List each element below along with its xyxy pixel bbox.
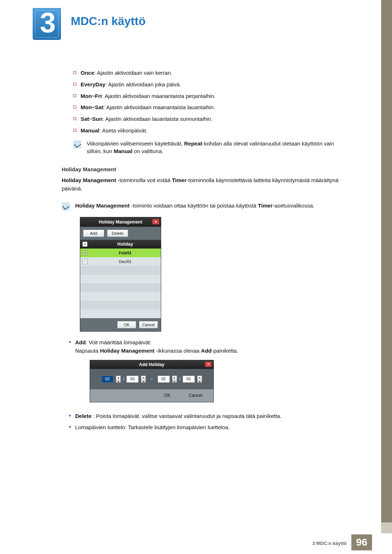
content: Once: Ajastin aktivoidaan vain kerran. E… <box>62 69 348 434</box>
delete-button[interactable]: Delete <box>107 230 128 237</box>
empty-row <box>80 309 161 318</box>
square-bullet-icon <box>73 94 76 97</box>
close-button[interactable]: × <box>205 361 212 367</box>
add-holiday-body: 02 ▲▼ / 01 ▲▼ ~ 02 ▲▼ / 01 ▲▼ <box>90 369 213 389</box>
side-strip-bottom <box>381 522 392 533</box>
cancel-button[interactable]: Cancel <box>139 321 158 328</box>
note-repeat-manual: Viikonpäivien valitsemiseen käytettävät,… <box>73 140 348 156</box>
holiday-management-dialog: Holiday Management × Add Delete ✓ Holida… <box>80 217 161 332</box>
bullet-list: Add: Voit määrittää lomapäivät: Napsauta… <box>69 338 348 432</box>
square-bullet-icon <box>73 106 76 108</box>
holiday-list-header: ✓ Holiday <box>80 240 161 249</box>
option-everyday: EveryDay: Ajastin aktivoidaan joka päivä… <box>73 81 348 89</box>
ok-button[interactable]: OK <box>117 321 136 328</box>
empty-row <box>80 301 161 309</box>
square-bullet-icon <box>73 129 76 132</box>
slash: / <box>179 376 180 383</box>
bullet-add: Add: Voit määrittää lomapäivät: Napsauta… <box>69 338 348 409</box>
page-footer: 3 MDC:n käyttö 96 <box>0 533 392 554</box>
chapter-number: 3 <box>40 6 56 39</box>
note-icon <box>73 140 81 148</box>
chapter-badge-square: 3 <box>33 8 61 40</box>
holiday-row[interactable]: ✓ Dec/01 <box>80 257 161 266</box>
day-start-input[interactable]: 01 <box>126 376 139 383</box>
row-checkbox[interactable]: ✓ <box>82 259 87 264</box>
close-button[interactable]: × <box>152 219 159 225</box>
dialog-footer: OK Cancel <box>80 318 161 331</box>
add-holiday-dialog: Add Holiday × 02 ▲▼ / 01 ▲▼ ~ 02 ▲▼ <box>90 360 214 402</box>
spin-buttons[interactable]: ▲▼ <box>116 376 121 383</box>
ok-button[interactable]: OK <box>164 392 186 399</box>
row-checkbox[interactable]: ✓ <box>82 250 87 255</box>
option-monsat: Mon~Sat: Ajastin aktivoidaan maanantaist… <box>73 103 348 111</box>
empty-row <box>80 266 161 275</box>
spin-buttons[interactable]: ▲▼ <box>172 376 177 383</box>
dot-bullet-icon <box>69 341 71 343</box>
footer-label: 3 MDC:n käyttö <box>312 541 347 546</box>
month-end-input[interactable]: 02 <box>158 376 170 383</box>
square-bullet-icon <box>73 117 76 120</box>
spin-buttons[interactable]: ▲▼ <box>197 376 202 383</box>
month-start-input[interactable]: 02 <box>101 376 114 383</box>
dialog-title: Holiday Management <box>99 219 142 225</box>
dialog-title: Add Holiday <box>139 361 164 368</box>
holiday-date: Dec/01 <box>90 259 161 264</box>
bullet-delete: Delete : Poista lomapäivät. valitse vast… <box>69 412 348 420</box>
page: 3 MDC:n käyttö Once: Ajastin aktivoidaan… <box>0 0 392 554</box>
dialog-titlebar: Add Holiday × <box>90 360 213 369</box>
dialog-titlebar: Holiday Management × <box>80 217 161 227</box>
option-manual: Manual: Aseta viikonpäivät. <box>73 127 348 135</box>
empty-row <box>80 283 161 292</box>
chapter-badge: 3 <box>33 8 61 40</box>
square-bullet-icon <box>73 83 76 86</box>
square-bullet-icon <box>73 71 76 74</box>
section-heading: Holiday Management <box>62 166 348 172</box>
option-list: Once: Ajastin aktivoidaan vain kerran. E… <box>73 69 348 135</box>
page-number: 96 <box>351 534 372 550</box>
option-satsun: Sat~Sun: Ajastin aktivoidaan lauantaista… <box>73 115 348 123</box>
slash: / <box>123 376 124 383</box>
holiday-row[interactable]: ✓ Feb/01 <box>80 249 161 257</box>
empty-row <box>80 275 161 283</box>
cancel-button[interactable]: Cancel <box>189 392 211 399</box>
range-separator: ~ <box>150 376 153 383</box>
side-strip <box>381 0 392 522</box>
holiday-date: Feb/01 <box>90 251 161 255</box>
dot-bullet-icon <box>69 415 71 416</box>
dialog-footer: OK Cancel <box>90 389 213 402</box>
section-paragraph: Holiday Management -toiminnolla voit est… <box>62 176 348 193</box>
spin-buttons[interactable]: ▲▼ <box>141 376 146 383</box>
dot-bullet-icon <box>69 426 71 428</box>
option-monfri: Mon~Fri: Ajastin aktivoidaan maanantaist… <box>73 92 348 100</box>
bullet-list-item: Lomapäivien luettelo: Tarkastele lisätty… <box>69 423 348 431</box>
header-checkbox[interactable]: ✓ <box>82 242 87 247</box>
note-holiday-timer: Holiday Management -toiminto voidaan ott… <box>62 202 348 210</box>
chapter-title: MDC:n käyttö <box>71 15 146 28</box>
empty-row <box>80 292 161 301</box>
dialog-toolbar: Add Delete <box>80 227 161 240</box>
add-button[interactable]: Add <box>83 230 104 237</box>
holiday-column-label: Holiday <box>90 242 161 247</box>
option-once: Once: Ajastin aktivoidaan vain kerran. <box>73 69 348 77</box>
day-end-input[interactable]: 01 <box>183 376 195 383</box>
note-icon <box>62 202 70 210</box>
